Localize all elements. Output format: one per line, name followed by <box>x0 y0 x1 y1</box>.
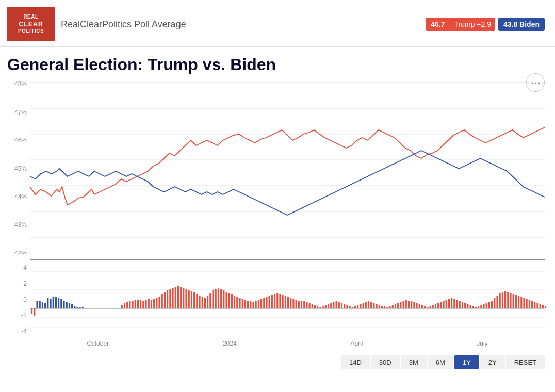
svg-rect-40 <box>140 300 141 308</box>
chart-container: ⋯ 48% 47% 46% 45% 44% 43% 42% <box>0 78 555 350</box>
x-label-2024: 2024 <box>223 340 237 347</box>
svg-rect-120 <box>354 306 356 308</box>
svg-rect-82 <box>252 302 254 308</box>
page-title: General Election: Trump vs. Biden <box>0 47 555 78</box>
svg-rect-150 <box>435 304 436 308</box>
svg-rect-37 <box>132 301 134 308</box>
svg-rect-100 <box>301 301 302 308</box>
svg-rect-35 <box>126 302 128 308</box>
btn-1y[interactable]: 1Y <box>454 355 479 369</box>
svg-rect-19 <box>50 299 51 308</box>
svg-rect-173 <box>496 296 498 308</box>
svg-rect-98 <box>296 300 297 308</box>
svg-rect-135 <box>395 304 396 308</box>
main-chart: 48% 47% 46% 45% 44% 43% 42% <box>7 78 545 259</box>
svg-rect-77 <box>239 298 240 308</box>
svg-rect-72 <box>225 292 227 308</box>
svg-rect-175 <box>502 292 503 308</box>
svg-rect-70 <box>220 289 222 308</box>
svg-rect-107 <box>319 307 321 308</box>
svg-rect-78 <box>242 299 243 308</box>
svg-rect-47 <box>159 297 160 308</box>
svg-rect-191 <box>545 306 546 308</box>
svg-rect-181 <box>518 296 519 308</box>
svg-rect-60 <box>193 292 195 308</box>
svg-rect-58 <box>188 290 190 308</box>
svg-rect-128 <box>376 304 378 308</box>
svg-rect-28 <box>74 306 75 308</box>
svg-rect-105 <box>314 305 316 308</box>
btn-6m[interactable]: 6M <box>428 355 453 369</box>
svg-rect-12 <box>31 308 32 314</box>
svg-rect-127 <box>373 303 374 308</box>
bar-chart: 4 2 0 -2 -4 <box>7 262 545 337</box>
svg-rect-177 <box>507 292 509 308</box>
svg-rect-87 <box>266 297 267 308</box>
svg-rect-121 <box>357 305 358 308</box>
btn-reset[interactable]: RESET <box>506 355 545 369</box>
svg-rect-178 <box>510 293 511 308</box>
legend: 46.7 Trump +2.9 43.8 Biden <box>426 18 545 31</box>
svg-rect-97 <box>292 299 294 308</box>
svg-rect-66 <box>209 293 211 308</box>
svg-rect-88 <box>269 296 270 308</box>
svg-rect-183 <box>523 298 525 308</box>
svg-rect-84 <box>258 300 259 308</box>
svg-rect-170 <box>488 302 490 308</box>
btn-3m[interactable]: 3M <box>401 355 427 369</box>
svg-rect-54 <box>177 286 179 308</box>
svg-rect-147 <box>427 307 428 308</box>
svg-rect-158 <box>456 300 458 308</box>
svg-rect-93 <box>282 295 284 308</box>
svg-rect-151 <box>437 303 439 308</box>
svg-rect-143 <box>416 303 418 308</box>
svg-rect-169 <box>486 303 487 308</box>
svg-rect-104 <box>312 304 313 308</box>
x-label-april: April <box>350 340 363 347</box>
svg-rect-34 <box>124 303 125 308</box>
svg-rect-119 <box>352 307 353 308</box>
svg-rect-55 <box>180 287 182 308</box>
svg-rect-17 <box>44 303 46 308</box>
svg-rect-83 <box>255 301 257 308</box>
svg-rect-176 <box>504 291 506 308</box>
svg-rect-140 <box>408 301 410 308</box>
svg-rect-22 <box>58 298 59 308</box>
btn-14d[interactable]: 14D <box>341 355 370 369</box>
svg-rect-38 <box>135 300 136 308</box>
svg-rect-124 <box>365 302 367 308</box>
svg-rect-114 <box>338 302 340 308</box>
svg-rect-179 <box>513 294 514 308</box>
svg-rect-51 <box>169 289 171 308</box>
svg-rect-144 <box>419 304 420 308</box>
svg-rect-174 <box>499 293 501 308</box>
svg-rect-122 <box>360 304 361 308</box>
x-label-october: October <box>87 340 109 347</box>
svg-rect-69 <box>218 288 219 308</box>
svg-rect-50 <box>167 290 168 308</box>
logo-line3: POLITICS <box>18 28 44 34</box>
logo-area: REAL CLEAR POLITICS RealClearPolitics Po… <box>7 7 186 41</box>
x-label-july: July <box>477 340 487 347</box>
svg-rect-125 <box>368 301 369 308</box>
svg-rect-185 <box>529 300 530 308</box>
svg-rect-137 <box>400 302 401 308</box>
svg-rect-149 <box>432 305 434 308</box>
chart-separator <box>30 259 545 260</box>
btn-2y[interactable]: 2Y <box>480 355 505 369</box>
svg-rect-25 <box>66 302 68 308</box>
svg-rect-154 <box>446 300 447 308</box>
btn-30d[interactable]: 30D <box>371 355 400 369</box>
biden-badge: 43.8 Biden <box>498 18 545 31</box>
svg-rect-65 <box>207 296 208 308</box>
svg-rect-187 <box>534 302 535 308</box>
svg-rect-111 <box>330 303 332 308</box>
svg-rect-117 <box>346 305 348 308</box>
svg-rect-148 <box>429 306 431 308</box>
svg-rect-67 <box>212 290 214 308</box>
svg-rect-152 <box>440 302 442 308</box>
svg-rect-15 <box>39 301 41 308</box>
svg-rect-157 <box>453 299 455 308</box>
svg-rect-33 <box>121 305 123 308</box>
svg-rect-36 <box>129 301 130 308</box>
